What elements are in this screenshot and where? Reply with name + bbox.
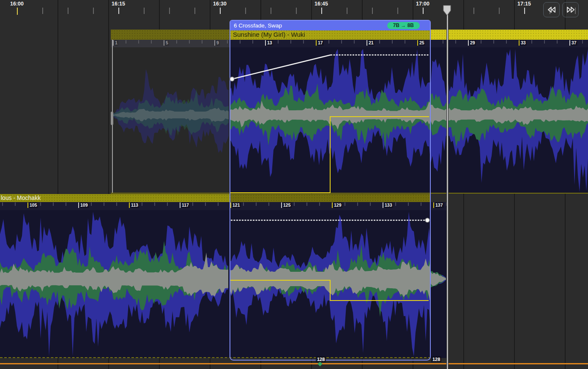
tempo-keyframe[interactable] [317,361,322,366]
track-title-top-dim-segment[interactable] [111,30,230,40]
track-bottom[interactable]: lous - Mochakk 1051091131171211251291331… [0,194,447,358]
track-top[interactable]: Sunshine (My Girl) - Wuki 15913172125293… [111,30,588,194]
time-label: 16:00 [4,1,30,7]
bar-tick [354,40,355,44]
bpm-label-left: 128 [316,356,326,362]
bar-tick [167,202,168,206]
bar-tick [176,40,177,44]
bar-tick [395,202,396,206]
bar-tick [66,202,66,206]
waveform-top[interactable] [230,47,588,194]
bar-tick [218,202,219,206]
bar-number: 105 [29,202,38,208]
bar-tick [138,40,139,44]
bar-tick [544,40,545,44]
track-title-top[interactable]: Sunshine (My Girl) - Wuki [230,30,431,40]
timeline-canvas[interactable]: 16:0016:1516:3016:4517:0017:15 Sunshine … [0,0,588,369]
bar-tick [345,202,345,206]
waveform-graphic [0,210,230,358]
key-change-label: 7B → 8B [393,22,414,28]
bar-tick [379,40,380,44]
key-change-badge: 7B → 8B [387,22,420,29]
time-tick [194,8,195,14]
bar-tick [443,40,443,44]
bar-tick [328,40,329,44]
time-tick [524,8,525,14]
bar-tick [40,202,41,206]
time-tick [68,8,68,14]
bar-tick [230,202,231,208]
bar-number: 129 [333,202,342,208]
bar-tick [430,40,431,44]
time-label: 16:15 [106,1,131,7]
waveform-top-dim[interactable] [112,47,230,194]
time-tick [271,8,271,14]
bar-tick [306,202,307,206]
waveform-bottom-selection[interactable] [230,210,431,358]
bar-ruler-top: 15913172125293337 [111,40,588,47]
track-title-bottom[interactable]: lous - Mochakk [0,194,230,202]
time-tick [220,8,221,14]
time-tick [372,8,373,14]
playhead[interactable] [446,14,449,369]
bar-number: 109 [79,202,89,208]
bar-tick [164,40,164,46]
bar-tick [202,40,202,44]
bar-tick [405,40,405,44]
bar-tick [268,202,269,206]
bar-tick [370,202,371,206]
bar-tick [290,40,291,44]
skip-forward-button[interactable] [562,2,579,17]
bar-tick [151,40,152,44]
bar-number: 133 [384,202,393,208]
bpm-label-right: 128 [431,356,441,362]
bar-number: 9 [216,40,220,46]
waveform-bottom-left[interactable] [0,210,230,358]
waveform-graphic [112,47,230,194]
bar-number: 125 [282,202,292,208]
time-tick [423,8,424,14]
waveform-graphic [230,210,431,358]
track-bottom-bottom-border [0,357,431,358]
bar-tick [256,202,257,206]
ruler-bg-dim [111,40,230,47]
track-title-top-bright-segment[interactable] [431,30,588,40]
bar-tick [78,202,79,208]
bar-tick [91,202,92,206]
bar-tick [227,40,228,44]
tempo-automation-line[interactable] [0,363,588,364]
bar-tick [582,40,583,44]
ruler-bg [230,40,588,47]
time-label: 16:45 [309,1,334,7]
waveform-graphic [230,47,588,194]
time-tick [245,8,246,14]
bar-tick [142,202,142,206]
bar-tick [252,40,253,44]
bar-tick [27,202,28,208]
bar-tick [116,202,117,206]
time-tick [118,8,119,14]
skip-back-button[interactable] [543,2,560,17]
time-label: 16:30 [207,1,232,7]
bar-tick [281,202,282,208]
time-ruler[interactable]: 16:0016:1516:3016:4517:0017:15 [0,0,588,15]
bar-tick [417,40,418,46]
waveform-bottom-tail[interactable] [431,210,447,358]
track-title-bottom-dim-segment[interactable] [230,194,431,202]
time-tick [473,8,474,14]
time-tick [144,8,145,14]
playhead-flag[interactable] [443,5,451,18]
bar-tick [357,202,358,206]
bar-tick [113,40,114,46]
bar-ruler-bottom: 105109113117121125129133137 [0,202,447,210]
transition-header[interactable]: 6 Crossfade, Swap 7B → 8B [230,21,430,30]
bar-tick [2,202,3,206]
time-tick [397,8,398,14]
bar-tick [316,40,317,46]
track-title-top-label: Sunshine (My Girl) - Wuki [233,31,305,38]
bar-number: 17 [317,40,324,46]
track-start-handle[interactable] [111,112,113,125]
bar-number: 21 [368,40,375,46]
time-tick [321,8,322,14]
skip-back-icon [546,5,557,14]
